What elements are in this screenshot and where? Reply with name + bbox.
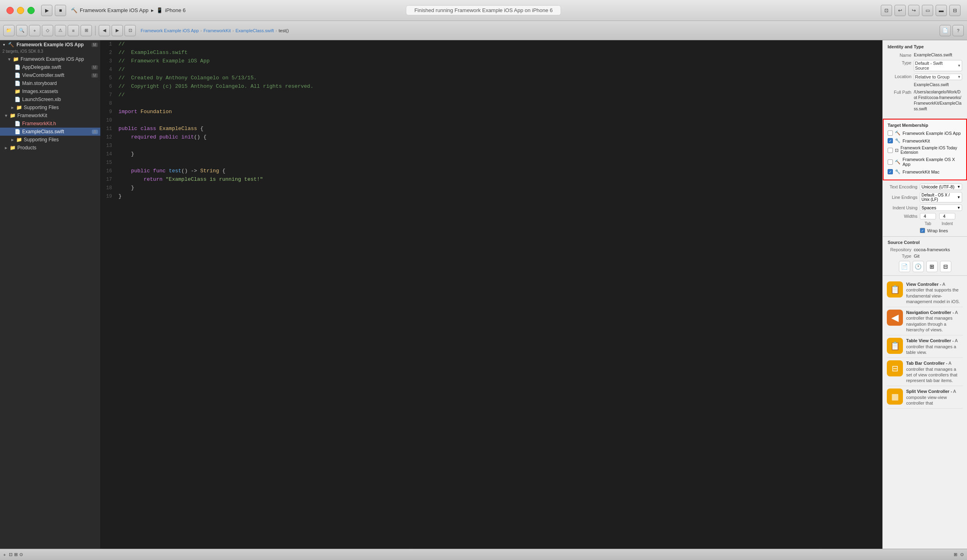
wrap-lines-row: Wrap lines bbox=[888, 228, 962, 233]
statusbar-grid-icon[interactable]: ⊞ bbox=[954, 552, 957, 557]
play-button[interactable]: ▶ bbox=[41, 5, 52, 16]
sidebar-item-launchscreen[interactable]: 📄 LaunchScreen.xib bbox=[0, 95, 100, 103]
statusbar-icon-1[interactable]: ⊡ bbox=[9, 552, 12, 557]
obj-item-view-controller: 📋 View Controller - A controller that su… bbox=[887, 279, 963, 307]
folder-icon[interactable]: 📁 bbox=[3, 25, 15, 36]
sidebar-item-framework-app[interactable]: ▶ 📁 Framework Example iOS App bbox=[0, 55, 100, 63]
tm-checkbox-1[interactable] bbox=[888, 138, 893, 143]
line-endings-select[interactable]: Default - OS X / Unix (LF) ▼ bbox=[920, 192, 962, 203]
sidebar-label-frameworkkit: FrameworkKit bbox=[17, 113, 47, 118]
add-btn[interactable]: + bbox=[29, 25, 40, 36]
sidebar-item-images[interactable]: 📁 Images.xcassets bbox=[0, 87, 100, 95]
sidebar-item-frameworkkit[interactable]: ▶ 📁 FrameworkKit bbox=[0, 112, 100, 120]
tm-item-1[interactable]: 🔧 FrameworkKit bbox=[888, 138, 962, 144]
tm-label-3: Framework Example OS X App bbox=[903, 157, 962, 167]
panel-split-button[interactable]: ↪ bbox=[908, 5, 919, 16]
sidebar-item-frameworkkith[interactable]: 📄 FrameworkKit.h bbox=[0, 120, 100, 128]
indent-using-row: Indent Using Spaces ▼ bbox=[888, 205, 962, 211]
code-line-7: 7 // bbox=[101, 91, 882, 99]
sidebar-item-supportingfiles2[interactable]: ▶ 📁 Supporting Files bbox=[0, 136, 100, 144]
tm-icon-1: 🔧 bbox=[895, 138, 901, 143]
statusbar-icon-2[interactable]: ⊞ bbox=[14, 552, 18, 557]
project-triangle: ▼ bbox=[2, 43, 6, 47]
sidebar-item-mainstoryboard[interactable]: 📄 Main.storyboard bbox=[0, 79, 100, 87]
indent-using-select[interactable]: Spaces ▼ bbox=[920, 205, 962, 211]
tableview-controller-icon: 📋 bbox=[887, 338, 903, 354]
tm-item-3[interactable]: 🔨 Framework Example OS X App bbox=[888, 157, 962, 167]
tm-checkbox-3[interactable] bbox=[888, 159, 893, 165]
forward-btn[interactable]: ▶ bbox=[112, 25, 123, 36]
project-badge-m: M bbox=[91, 43, 98, 47]
name-label: Name bbox=[888, 52, 914, 58]
stop-button[interactable]: ■ bbox=[55, 5, 66, 16]
sidebar-item-supportingfiles1[interactable]: ▶ 📁 Supporting Files bbox=[0, 103, 100, 112]
breadcrumb: Framework Example iOS App › FrameworkKit… bbox=[141, 28, 289, 33]
breadcrumb-item-0[interactable]: Framework Example iOS App bbox=[141, 28, 199, 33]
type-select[interactable]: Default - Swift Source ▼ bbox=[914, 60, 962, 71]
jump-btn[interactable]: ⊡ bbox=[125, 25, 136, 36]
tabbar-controller-icon: ⊟ bbox=[887, 360, 903, 376]
tm-item-0[interactable]: 🔨 Framework Example iOS App bbox=[888, 130, 962, 136]
breadcrumb-item-2[interactable]: ExampleClass.swift bbox=[235, 28, 274, 33]
name-value: ExampleClass.swift bbox=[914, 52, 962, 57]
close-button[interactable] bbox=[6, 7, 14, 14]
sidebar-item-exampleclass[interactable]: 📄 ExampleClass.swift A bbox=[0, 128, 100, 136]
tm-checkbox-2[interactable] bbox=[888, 148, 893, 153]
location-select[interactable]: Relative to Group ▼ bbox=[914, 74, 962, 80]
breadcrumb-item-1[interactable]: FrameworkKit bbox=[203, 28, 231, 33]
statusbar-icon-3[interactable]: ⊙ bbox=[19, 552, 23, 557]
panel-double-button[interactable]: ▬ bbox=[936, 5, 947, 16]
warning-btn[interactable]: ⚠ bbox=[55, 25, 66, 36]
sc-icon-compare[interactable]: ⊞ bbox=[926, 261, 938, 272]
code-line-9: 9 import Foundation bbox=[101, 108, 882, 116]
tm-item-2[interactable]: ⊡ Framework Example iOS Today Extension bbox=[888, 145, 962, 155]
panel-left-button[interactable]: ⊡ bbox=[881, 5, 892, 16]
badge-m-appdelegate: M bbox=[91, 65, 98, 70]
fullscreen-button[interactable] bbox=[27, 7, 35, 14]
back-btn[interactable]: ◀ bbox=[99, 25, 110, 36]
panel-right-button[interactable]: ⊟ bbox=[949, 5, 961, 16]
location-select-arrow: ▼ bbox=[957, 75, 961, 79]
full-path-value: /Users/acolangelo/Work/Dot First/cocoa-f… bbox=[914, 89, 962, 112]
code-line-2: 2 // ExampleClass.swift bbox=[101, 49, 882, 57]
breadcrumb-item-3[interactable]: test() bbox=[279, 28, 289, 33]
sc-icon-clock[interactable]: 🕐 bbox=[913, 261, 924, 272]
panel-toggle-button[interactable]: ↩ bbox=[894, 5, 906, 16]
tab-label: Tab bbox=[920, 221, 936, 226]
breadcrumb-sep-2: › bbox=[276, 28, 277, 33]
statusbar-circle-icon[interactable]: ⊙ bbox=[960, 552, 964, 557]
folder-icon-app: 📁 bbox=[13, 56, 19, 62]
folder-triangle-sf1: ▶ bbox=[11, 106, 14, 110]
panel-single-button[interactable]: ▭ bbox=[922, 5, 933, 16]
sidebar-project-name[interactable]: ▼ 🔨 Framework Example iOS App M bbox=[0, 40, 100, 49]
grid-btn[interactable]: ⊞ bbox=[81, 25, 92, 36]
list-btn[interactable]: ≡ bbox=[68, 25, 79, 36]
text-encoding-select[interactable]: Unicode (UTF-8) ▼ bbox=[920, 184, 962, 190]
indent-width-input[interactable] bbox=[939, 213, 955, 219]
sidebar-item-viewcontroller[interactable]: 📄 ViewController.swift M bbox=[0, 71, 100, 79]
tm-checkbox-0[interactable] bbox=[888, 130, 893, 136]
code-editor[interactable]: 1 // 2 // ExampleClass.swift 3 // Framew… bbox=[101, 40, 882, 549]
help-btn[interactable]: ? bbox=[952, 25, 964, 36]
tm-item-4[interactable]: 🔧 FrameworkKit Mac bbox=[888, 169, 962, 175]
search-toolbar-btn[interactable]: 🔍 bbox=[16, 25, 27, 36]
folder-triangle-fk: ▶ bbox=[4, 114, 8, 117]
wrap-lines-checkbox[interactable] bbox=[920, 228, 925, 233]
file-btn[interactable]: 📄 bbox=[940, 25, 951, 36]
minimize-button[interactable] bbox=[17, 7, 24, 14]
source-control-section: Source Control Repository cocoa-framewor… bbox=[883, 237, 967, 276]
toolbar-right-area: 📄 ? bbox=[940, 25, 964, 36]
tab-width-input[interactable] bbox=[920, 213, 936, 219]
minus-btn[interactable]: ◇ bbox=[42, 25, 53, 36]
splitview-controller-title: Split View Controller bbox=[906, 389, 949, 394]
sc-icon-new[interactable]: 📄 bbox=[899, 261, 910, 272]
location-path-row: ExampleClass.swift bbox=[888, 83, 962, 87]
tm-checkbox-4[interactable] bbox=[888, 169, 893, 174]
statusbar-add-btn[interactable]: + bbox=[3, 552, 6, 557]
badge-m-vc: M bbox=[91, 73, 98, 78]
code-line-18: 18 } bbox=[101, 184, 882, 192]
tm-icon-2: ⊡ bbox=[895, 148, 899, 153]
sc-icon-branch[interactable]: ⊟ bbox=[940, 261, 951, 272]
sidebar-item-appdelegate[interactable]: 📄 AppDelegate.swift M bbox=[0, 63, 100, 71]
sidebar-item-products[interactable]: ▶ 📁 Products bbox=[0, 144, 100, 152]
